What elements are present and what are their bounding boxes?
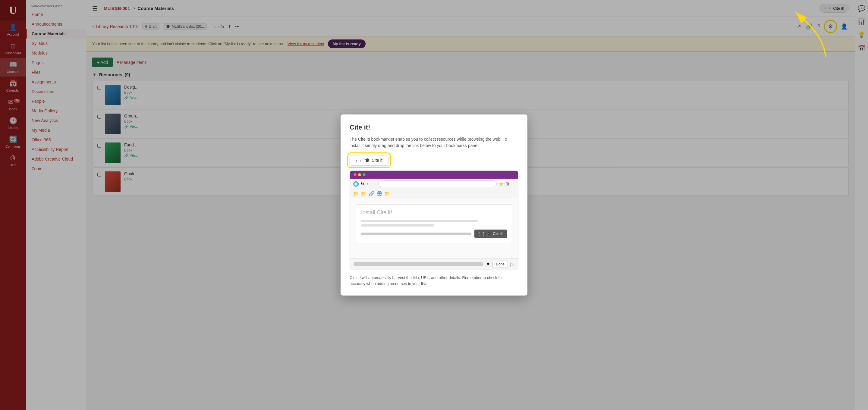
install-cite-box: Install Cite it! ⋮⋮ 🎓 Cite It! [356, 204, 512, 243]
bookmark-folder-2[interactable]: 📁 [361, 191, 367, 196]
bookmarklet-mlib-icon: 🎓 [365, 158, 370, 163]
url-bar[interactable] [378, 181, 497, 187]
refresh-icon[interactable]: ↻ [361, 181, 364, 186]
star-icon[interactable]: ⭐ [498, 181, 504, 186]
browser-toolbar: 🌐 ↻ ← → ⭐ ⊞ ⋮ [350, 179, 518, 189]
dots-menu-icon[interactable]: ⋮ [511, 181, 515, 186]
dropdown-arrow[interactable]: ▼ [486, 262, 490, 266]
install-btn-icon: ⋮⋮ [478, 232, 485, 236]
done-button[interactable]: Done [493, 260, 508, 268]
nav-back-icon[interactable]: ← [366, 181, 370, 186]
browser-bookmarks: 📁 📁 🔗 🌐 📁 [350, 189, 518, 198]
cite-modal: Cite it! The Cite it! bookmarklet enable… [341, 115, 527, 295]
cite-it-install-button[interactable]: ⋮⋮ 🎓 Cite It! [474, 229, 507, 238]
footer-progress [353, 262, 484, 266]
modal-overlay[interactable]: Cite it! The Cite it! bookmarklet enable… [0, 0, 868, 410]
dot-red [353, 173, 356, 176]
install-title: Install Cite it! [361, 209, 507, 216]
install-bar-2 [361, 224, 434, 226]
install-btn-label: Cite It! [493, 232, 503, 236]
bookmark-folder-1[interactable]: 📁 [353, 191, 359, 196]
modal-description: The Cite it! bookmarklet enables you to … [350, 136, 518, 149]
bookmark-link[interactable]: 🔗 [369, 191, 375, 196]
yellow-arrow-annotation [775, 3, 841, 63]
install-btn-icon-2: 🎓 [487, 232, 491, 236]
bookmarklet-wrapper: ⋮⋮ 🎓 Cite it! [350, 155, 389, 166]
browser-traffic-lights [353, 173, 366, 176]
browser-chrome [350, 171, 518, 179]
bookmark-globe[interactable]: 🌐 [376, 191, 382, 196]
install-progress-bar [361, 232, 471, 235]
browser-footer: ▼ Done ▷ [350, 258, 518, 270]
modal-title: Cite it! [350, 124, 518, 131]
play-icon[interactable]: ▷ [510, 261, 515, 267]
grid-icon[interactable]: ⊞ [505, 181, 509, 186]
bookmarklet-grid-icon: ⋮⋮ [354, 158, 363, 163]
dot-green [363, 173, 366, 176]
browser-mockup: 🌐 ↻ ← → ⭐ ⊞ ⋮ 📁 📁 🔗 🌐 📁 Install Cite it! [350, 170, 518, 270]
nav-forward-icon[interactable]: → [372, 181, 376, 186]
bookmarklet-label: Cite it! [372, 158, 384, 163]
dot-yellow [358, 173, 361, 176]
bookmark-folder-3[interactable]: 📁 [384, 191, 390, 196]
bookmarklet-container: ⋮⋮ 🎓 Cite it! [350, 155, 518, 166]
install-row: ⋮⋮ 🎓 Cite It! [361, 229, 507, 238]
chrome-logo: 🌐 [353, 181, 359, 187]
browser-content: Install Cite it! ⋮⋮ 🎓 Cite It! [350, 198, 518, 258]
cite-it-bookmarklet-button[interactable]: ⋮⋮ 🎓 Cite it! [350, 155, 389, 166]
install-bar-1 [361, 220, 478, 222]
modal-footer-text: Cite it! will automatically harvest the … [350, 275, 518, 286]
